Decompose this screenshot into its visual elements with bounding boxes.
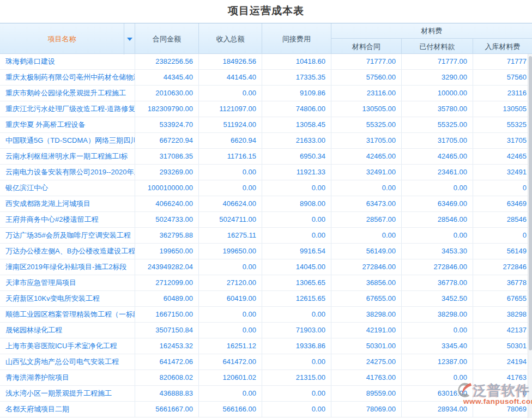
vertical-scrollbar-track[interactable]: [528, 54, 532, 418]
project-name-link[interactable]: 银亿滨江中心: [0, 180, 135, 196]
amount-cell: 28546: [473, 212, 532, 227]
amount-cell: 42191.00: [331, 323, 402, 338]
amount-cell: 182309790.00: [135, 101, 199, 117]
project-name-link[interactable]: 中国联通5G（TD-SCDMA）网络三期四川: [0, 133, 135, 148]
project-operating-cost-report: 项目运营成本表 项目名称 合同金额 收入总额 间接费用 材料费 材料合同 已付材…: [0, 0, 532, 418]
amount-cell: 16275.11: [199, 228, 262, 243]
amount-cell: 130505.00: [331, 101, 402, 117]
project-name-link[interactable]: 云南电力设备安装有限公司2019--2020年度: [0, 165, 135, 180]
table-row: 万达广场35#会所及咖啡厅空调安装工程362795.8816275.110.00…: [0, 228, 532, 244]
amount-cell: 19336.86: [262, 338, 331, 354]
project-name-link[interactable]: 天津市应急管理局项目: [0, 275, 135, 290]
amount-cell: 0.00: [262, 307, 331, 322]
amount-cell: 28567.00: [331, 212, 402, 227]
project-name-link[interactable]: 青海洪湖养护院项目: [0, 370, 135, 385]
amount-cell: 0.00: [331, 228, 402, 243]
project-name-link[interactable]: 浅水湾小区一期景观提升工程施工: [0, 386, 135, 401]
amount-cell: 71777: [473, 54, 532, 69]
amount-cell: 0: [473, 228, 532, 243]
table-row: 顺德工业园区档案管理精装饰工程（一标段1667150.000.000.00382…: [0, 307, 532, 323]
amount-cell: 0.00: [402, 180, 473, 196]
amount-cell: 3290.00: [402, 70, 473, 85]
amount-cell: 100010000.00: [135, 180, 199, 196]
amount-cell: 5024711.00: [199, 212, 262, 227]
project-name-link[interactable]: 重庆华夏 外高桥工程设备: [0, 117, 135, 132]
amount-cell: 28546.00: [402, 212, 473, 227]
project-name-link[interactable]: 潼南区2019年绿化补贴项目-施工2标段: [0, 259, 135, 275]
amount-cell: 566166.00: [199, 402, 262, 417]
amount-cell: 41763: [473, 370, 532, 385]
amount-cell: 9109.86: [262, 86, 331, 101]
amount-cell: 23116: [473, 86, 532, 101]
amount-cell: 55325: [473, 117, 532, 132]
amount-cell: 0.00: [199, 323, 262, 338]
column-header-contract-amount: 合同金额: [135, 23, 199, 54]
amount-cell: 0.00: [262, 212, 331, 227]
amount-cell: 42465: [473, 149, 532, 164]
amount-cell: 31705.00: [331, 133, 402, 148]
table-row: 山西弘文房地产总公司电气安装工程641472.06641472.000.0024…: [0, 354, 532, 370]
project-name-link[interactable]: 上海市美容医院ICU手术室净化工程: [0, 338, 135, 354]
amount-cell: 406624.00: [199, 196, 262, 211]
amount-cell: 5661667.00: [135, 402, 199, 417]
amount-cell: 0.00: [199, 86, 262, 101]
amount-cell: 0: [473, 180, 532, 196]
amount-cell: 42465.00: [331, 149, 402, 164]
table-row: 天津市应急管理局项目2712099.0027120.0013065.653685…: [0, 275, 532, 291]
amount-cell: 12387.00: [402, 354, 473, 369]
amount-cell: 120601.02: [199, 370, 262, 385]
amount-cell: 89559.00: [331, 386, 402, 401]
amount-cell: 0.00: [199, 180, 262, 196]
table-row: 中国联通5G（TD-SCDMA）网络三期四川667220.946620.9421…: [0, 133, 532, 149]
vertical-scrollbar-thumb[interactable]: [529, 56, 532, 350]
amount-cell: 0.00: [262, 228, 331, 243]
amount-cell: 1121097.00: [199, 101, 262, 117]
amount-cell: 3453.30: [402, 244, 473, 259]
amount-cell: 0.00: [402, 323, 473, 338]
project-name-link[interactable]: 晟铭园林绿化工程: [0, 323, 135, 338]
table-row: 浅水湾小区一期景观提升工程施工436888.830.000.0089559.00…: [0, 386, 532, 402]
amount-cell: 6950.34: [262, 149, 331, 164]
column-header-indirect-expense: 间接费用: [262, 23, 331, 54]
amount-cell: 31705.00: [402, 133, 473, 148]
project-name-link[interactable]: 顺德工业园区档案管理精装饰工程（一标段: [0, 307, 135, 322]
amount-cell: 2382256.56: [135, 54, 199, 69]
project-name-link[interactable]: 山西弘文房地产总公司电气安装工程: [0, 354, 135, 369]
amount-cell: 32491.00: [331, 165, 402, 180]
column-header-material-stock: 入库材料费: [473, 39, 532, 54]
amount-cell: 0.00: [402, 228, 473, 243]
amount-cell: 0.00: [199, 386, 262, 401]
project-name-link[interactable]: 重庆太极制药有限公司亳州中药材仓储物流: [0, 70, 135, 85]
amount-cell: 12615.65: [262, 291, 331, 306]
project-name-link[interactable]: 王府井商务中心#2楼遗留工程: [0, 212, 135, 227]
column-filter-dropdown[interactable]: [124, 23, 135, 54]
amount-cell: 4066240.00: [135, 196, 199, 211]
amount-cell: 11921.33: [262, 165, 331, 180]
amount-cell: 667220.94: [135, 133, 199, 148]
project-name-link[interactable]: 珠海鹤港口建设: [0, 54, 135, 69]
amount-cell: 0.00: [199, 165, 262, 180]
project-name-link[interactable]: 西安成都路龙湖上河城项目: [0, 196, 135, 211]
amount-cell: 511924.00: [199, 117, 262, 132]
amount-cell: 17335.35: [262, 70, 331, 85]
project-name-link[interactable]: 天府新区10Kv变电所安装工程: [0, 291, 135, 306]
project-name-link[interactable]: 万达办公楼左侧A、B办公楼改造建设工程: [0, 244, 135, 259]
table-body: 珠海鹤港口建设2382256.56184926.5610418.6071777.…: [0, 54, 532, 417]
amount-cell: 8908.00: [262, 196, 331, 211]
amount-cell: 10418.60: [262, 54, 331, 69]
project-name-link[interactable]: 名都天府城项目二期: [0, 402, 135, 417]
table-row: 珠海鹤港口建设2382256.56184926.5610418.6071777.…: [0, 54, 532, 70]
project-name-link[interactable]: 重庆江北污水处理厂级改造工程-道路修复: [0, 101, 135, 117]
amount-cell: 272846.00: [402, 259, 473, 275]
amount-cell: 0.00: [331, 180, 402, 196]
amount-cell: 184926.56: [199, 54, 262, 69]
amount-cell: 67655: [473, 291, 532, 306]
amount-cell: 0.00: [262, 386, 331, 401]
project-name-link[interactable]: 云南水利枢纽潜明水库一期工程施工I标: [0, 149, 135, 164]
amount-cell: 21633.00: [262, 133, 331, 148]
project-name-link[interactable]: 重庆市鹅岭公园绿化景观提升工程施工: [0, 86, 135, 101]
project-name-link[interactable]: 万达广场35#会所及咖啡厅空调安装工程: [0, 228, 135, 243]
amount-cell: 44145.40: [199, 70, 262, 85]
chevron-down-icon[interactable]: [127, 38, 132, 41]
amount-cell: 78069.00: [331, 402, 402, 417]
